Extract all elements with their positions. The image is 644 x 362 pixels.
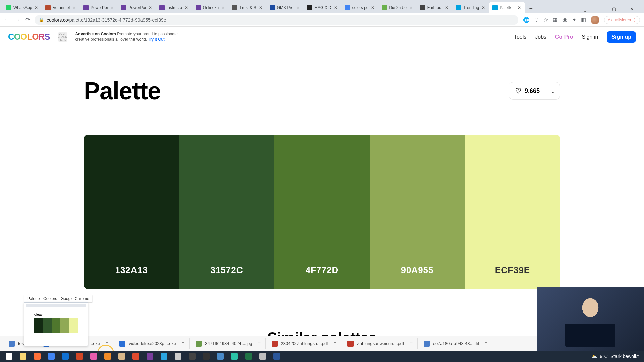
forward-button[interactable]: → — [15, 16, 21, 23]
download-item[interactable]: 3471961984_4024....jpg ⌃ — [192, 338, 265, 349]
taskbar-app-explorer[interactable] — [16, 351, 30, 361]
translate-icon[interactable]: 🌐 — [523, 17, 530, 23]
minimize-button[interactable]: ─ — [591, 4, 602, 13]
taskbar-app-word[interactable] — [270, 351, 284, 361]
explorer-icon — [20, 353, 26, 360]
url-domain: coolors.co — [47, 17, 68, 23]
taskbar-app-app4[interactable] — [185, 351, 199, 361]
taskbar-app-excel[interactable] — [241, 351, 256, 361]
browser-tab[interactable]: PowerPoi ✕ — [118, 2, 156, 13]
extensions-menu-icon[interactable]: ✦ — [572, 17, 576, 23]
color-swatch[interactable]: 4F772D — [274, 135, 370, 289]
browser-tab[interactable]: Trending ✕ — [452, 2, 489, 13]
app1-icon — [118, 353, 125, 360]
browser-tab[interactable]: PowerPoi ✕ — [80, 2, 118, 13]
taskbar-app-firefox[interactable] — [30, 351, 44, 361]
nav-jobs[interactable]: Jobs — [535, 34, 546, 40]
close-tab-icon[interactable]: ✕ — [221, 5, 225, 10]
download-item[interactable]: 230420 Zahlungsa....pdf ⌃ — [268, 338, 341, 349]
taskbar-app-app3[interactable] — [171, 351, 185, 361]
signin-button[interactable]: Sign in — [582, 34, 598, 40]
chevron-up-icon[interactable]: ⌃ — [331, 341, 337, 346]
profile-avatar[interactable] — [591, 16, 599, 24]
close-tab-icon[interactable]: ✕ — [517, 5, 522, 10]
sidepanel-icon[interactable]: ◧ — [581, 17, 586, 23]
taskbar-app-start[interactable] — [2, 351, 16, 361]
update-chip[interactable]: Aktualisieren ⋮ — [604, 16, 640, 24]
color-swatch[interactable]: 132A13 — [84, 135, 179, 289]
share-icon[interactable]: ⇪ — [534, 17, 539, 23]
coolors-logo[interactable]: COOLORS — [8, 32, 50, 42]
close-tab-icon[interactable]: ✕ — [296, 5, 300, 10]
browser-tab[interactable]: MAGIX D ✕ — [304, 2, 341, 13]
color-swatch[interactable]: 31572C — [179, 135, 274, 289]
close-tab-icon[interactable]: ✕ — [148, 5, 153, 10]
like-button[interactable]: ♡ 9,665 — [509, 82, 546, 99]
close-tab-icon[interactable]: ✕ — [333, 5, 338, 10]
close-tab-icon[interactable]: ✕ — [72, 5, 76, 10]
app4-icon — [189, 353, 196, 360]
new-tab-button[interactable]: + — [526, 4, 536, 13]
browser-tab[interactable]: Trust & S ✕ — [229, 2, 266, 13]
close-tab-icon[interactable]: ✕ — [34, 5, 39, 10]
color-swatch[interactable]: 90A955 — [370, 135, 465, 289]
browser-tab[interactable]: Farbrad, ✕ — [417, 2, 452, 13]
tab-favicon — [420, 5, 425, 10]
close-tab-icon[interactable]: ✕ — [110, 5, 114, 10]
browser-tab[interactable]: Palette - ✕ — [489, 2, 525, 13]
taskbar-app-app2[interactable] — [129, 351, 143, 361]
close-tab-icon[interactable]: ✕ — [258, 5, 263, 10]
close-tab-icon[interactable]: ✕ — [370, 5, 375, 10]
taskbar-app-edge[interactable] — [227, 351, 241, 361]
taskbar-preview[interactable]: Palette — [24, 302, 88, 346]
chevron-up-icon[interactable]: ⌃ — [103, 341, 109, 346]
back-button[interactable]: ← — [4, 16, 10, 23]
try-it-link[interactable]: Try It Out! — [148, 37, 166, 42]
close-tab-icon[interactable]: ✕ — [444, 5, 449, 10]
download-item[interactable]: ee7a180a-b948-43....jfif ⌃ — [420, 338, 492, 349]
browser-tab[interactable]: Die 25 be ✕ — [378, 2, 416, 13]
tabs-dropdown-icon[interactable]: ⌄ — [583, 8, 587, 13]
browser-tab[interactable]: Onlineku ✕ — [192, 2, 229, 13]
browser-tab[interactable]: colors po ✕ — [341, 2, 379, 13]
nav-gopro[interactable]: Go Pro — [555, 34, 573, 40]
taskbar-app-outlook[interactable] — [58, 351, 72, 361]
firefox-icon — [34, 353, 41, 360]
close-tab-icon[interactable]: ✕ — [184, 5, 189, 10]
weather-widget[interactable]: ⛅ 9°C Stark bewölkt — [591, 354, 642, 359]
chevron-up-icon[interactable]: ⌃ — [408, 341, 413, 346]
signup-button[interactable]: Sign up — [607, 31, 636, 43]
download-item[interactable]: Zahlungsanweisun....pdf ⌃ — [343, 338, 418, 349]
extension-icon[interactable]: ▦ — [553, 17, 558, 23]
close-tab-icon[interactable]: ✕ — [409, 5, 413, 10]
address-bar[interactable]: 🔒 coolors.co/palette/132a13-31572c-4f772… — [35, 15, 518, 25]
close-tab-icon[interactable]: ✕ — [481, 5, 486, 10]
chevron-up-icon[interactable]: ⌃ — [179, 341, 185, 346]
download-item[interactable]: videodeluxe2023p....exe ⌃ — [115, 338, 190, 349]
chevron-up-icon[interactable]: ⌃ — [256, 341, 261, 346]
taskbar-app-paint3d[interactable] — [87, 351, 101, 361]
taskbar-app-vlc[interactable] — [101, 351, 115, 361]
reload-button[interactable]: ⟳ — [25, 17, 30, 23]
maximize-button[interactable]: ▢ — [608, 4, 620, 13]
like-dropdown[interactable]: ⌄ — [546, 82, 560, 99]
browser-tab[interactable]: GMX Pre ✕ — [266, 2, 304, 13]
nav-tools[interactable]: Tools — [514, 34, 526, 40]
taskbar-app-app1[interactable] — [115, 351, 129, 361]
color-swatch[interactable]: ECF39E — [465, 135, 560, 289]
browser-tab[interactable]: Instructo ✕ — [156, 2, 192, 13]
browser-tab[interactable]: Voranmel ✕ — [42, 2, 80, 13]
bookmark-icon[interactable]: ☆ — [543, 17, 548, 23]
browser-tab[interactable]: WhatsApp ✕ — [3, 2, 42, 13]
taskbar-app-telegram[interactable] — [157, 351, 171, 361]
taskbar-app-app7[interactable] — [256, 351, 270, 361]
chevron-up-icon[interactable]: ⌃ — [482, 341, 488, 346]
taskbar-app-chrome[interactable] — [44, 351, 58, 361]
page-title: Palette — [84, 77, 161, 105]
taskbar-app-app5[interactable] — [199, 351, 213, 361]
taskbar-app-powerpoint[interactable] — [72, 351, 87, 361]
extension2-icon[interactable]: ◉ — [562, 17, 567, 23]
close-window-button[interactable]: ✕ — [626, 4, 637, 13]
taskbar-app-app6[interactable] — [213, 351, 227, 361]
taskbar-app-onenote[interactable] — [143, 351, 157, 361]
